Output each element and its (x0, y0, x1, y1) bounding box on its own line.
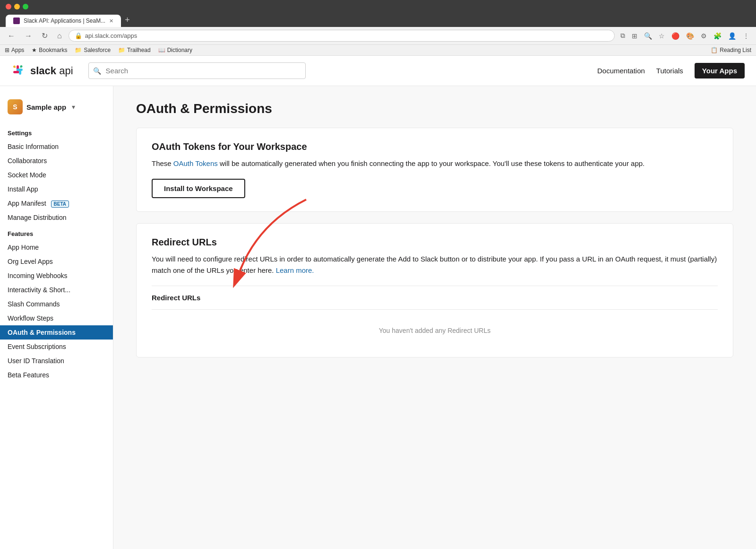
search-icon: 🔍 (93, 67, 101, 75)
redirect-description-text: You will need to configure redirect URLs… (152, 255, 717, 274)
back-button[interactable]: ← (5, 31, 18, 41)
active-tab[interactable]: Slack API: Applications | SeaM... ✕ (6, 15, 121, 27)
header-nav: Documentation Tutorials Your Apps (597, 63, 745, 78)
logo-text: slack api (30, 65, 73, 77)
zoom-button[interactable]: 🔍 (642, 31, 654, 41)
sidebar-item-app-home[interactable]: App Home (0, 240, 113, 254)
section-divider (152, 286, 718, 286)
main-content: OAuth & Permissions OAuth Tokens for You… (113, 86, 756, 549)
sidebar-item-incoming-webhooks[interactable]: Incoming Webhooks (0, 269, 113, 283)
close-button[interactable] (6, 4, 11, 9)
bookmark-salesforce-label: Salesforce (84, 47, 111, 53)
sidebar-item-manage-distribution[interactable]: Manage Distribution (0, 210, 113, 225)
nav-documentation[interactable]: Documentation (597, 67, 645, 75)
sidebar-item-basic-information[interactable]: Basic Information (0, 139, 113, 154)
search-input[interactable] (88, 62, 306, 79)
sidebar-item-install-app[interactable]: Install App (0, 182, 113, 196)
sidebar-item-workflow-steps[interactable]: Workflow Steps (0, 311, 113, 325)
app-icon: S (8, 99, 23, 114)
app-name: Sample app (26, 103, 66, 111)
traffic-lights (6, 4, 750, 9)
puzzle-extensions-button[interactable]: 🧩 (712, 31, 723, 41)
screen-mirror-button[interactable]: ⧉ (619, 31, 627, 41)
browser-chrome: Slack API: Applications | SeaM... ✕ + (0, 0, 756, 27)
folder-icon-salesforce: 📁 (75, 47, 82, 53)
oauth-description-before: These (152, 159, 173, 167)
address-bar[interactable]: 🔒 api.slack.com/apps (69, 30, 615, 42)
url-display: api.slack.com/apps (85, 32, 137, 39)
bookmark-bookmarks[interactable]: ★ Bookmarks (32, 47, 67, 53)
logo-link[interactable]: slack api (11, 63, 73, 78)
grid-button[interactable]: ⊞ (630, 31, 639, 41)
sidebar: S Sample app ▾ Settings Basic Informatio… (0, 86, 113, 549)
sidebar-item-interactivity[interactable]: Interactivity & Short... (0, 283, 113, 297)
forward-button[interactable]: → (22, 31, 35, 41)
bookmark-salesforce[interactable]: 📁 Salesforce (75, 47, 111, 53)
bookmarks-bar: ⊞ Apps ★ Bookmarks 📁 Salesforce 📁 Trailh… (0, 45, 756, 56)
sidebar-item-beta-features[interactable]: Beta Features (0, 368, 113, 382)
tab-close-button[interactable]: ✕ (109, 18, 113, 24)
chevron-down-icon: ▾ (72, 103, 75, 111)
bookmark-trailhead[interactable]: 📁 Trailhead (118, 47, 151, 53)
browser-toolbar: ← → ↻ ⌂ 🔒 api.slack.com/apps ⧉ ⊞ 🔍 ☆ 🔴 🎨… (0, 27, 756, 45)
redirect-urls-card: Redirect URLs You will need to configure… (136, 223, 733, 357)
oauth-description-after: will be automatically generated when you… (218, 159, 644, 167)
bookmark-bookmarks-label: Bookmarks (39, 47, 67, 53)
sidebar-item-collaborators[interactable]: Collaborators (0, 154, 113, 168)
section-divider-2 (152, 309, 718, 310)
tab-title: Slack API: Applications | SeaM... (24, 17, 105, 24)
refresh-button[interactable]: ↻ (39, 30, 51, 41)
learn-more-link[interactable]: Learn more. (276, 266, 314, 274)
oauth-tokens-description: These OAuth Tokens will be automatically… (152, 158, 718, 169)
oauth-tokens-link[interactable]: OAuth Tokens (173, 159, 218, 167)
home-button[interactable]: ⌂ (54, 31, 65, 41)
slack-logo-icon (11, 63, 26, 78)
sidebar-item-app-manifest[interactable]: App Manifest BETA (0, 196, 113, 210)
colorful-icon[interactable]: 🎨 (684, 31, 696, 41)
sidebar-item-event-subscriptions[interactable]: Event Subscriptions (0, 340, 113, 354)
app-selector[interactable]: S Sample app ▾ (0, 96, 113, 124)
app-header: slack api 🔍 Documentation Tutorials Your… (0, 56, 756, 86)
new-tab-button[interactable]: + (121, 13, 134, 27)
sidebar-item-org-level-apps[interactable]: Org Level Apps (0, 254, 113, 269)
bookmark-dictionary[interactable]: 📖 Dictionary (158, 47, 192, 53)
sidebar-item-socket-mode[interactable]: Socket Mode (0, 168, 113, 182)
bookmark-dictionary-label: Dictionary (167, 47, 192, 53)
page-title: OAuth & Permissions (136, 101, 733, 116)
bookmark-apps[interactable]: ⊞ Apps (5, 47, 24, 53)
oauth-tokens-title: OAuth Tokens for Your Workspace (152, 141, 718, 152)
reading-list-label: Reading List (720, 47, 751, 53)
book-icon: 📖 (158, 47, 165, 53)
sidebar-item-slash-commands[interactable]: Slash Commands (0, 297, 113, 311)
bookmark-apps-label: Apps (11, 47, 24, 53)
features-section-title: Features (0, 225, 113, 240)
oauth-tokens-card: OAuth Tokens for Your Workspace These OA… (136, 128, 733, 212)
menu-button[interactable]: ⋮ (741, 31, 751, 41)
reading-list-icon: 📋 (711, 47, 718, 53)
beta-badge: BETA (51, 200, 69, 208)
search-box: 🔍 (88, 62, 306, 79)
extensions-button[interactable]: 🔴 (670, 31, 681, 41)
settings-gear-button[interactable]: ⚙ (699, 31, 709, 41)
nav-your-apps[interactable]: Your Apps (695, 63, 745, 78)
browser-actions: ⧉ ⊞ 🔍 ☆ 🔴 🎨 ⚙ 🧩 👤 ⋮ (619, 31, 751, 41)
maximize-button[interactable] (23, 4, 28, 9)
reading-list-button[interactable]: 📋 Reading List (711, 47, 751, 53)
nav-tutorials[interactable]: Tutorials (656, 67, 683, 75)
settings-section-title: Settings (0, 124, 113, 139)
apps-icon: ⊞ (5, 47, 9, 53)
page-layout: S Sample app ▾ Settings Basic Informatio… (0, 86, 756, 549)
profile-button[interactable]: 👤 (726, 31, 738, 41)
install-to-workspace-button[interactable]: Install to Workspace (152, 179, 245, 198)
app-manifest-label: App Manifest (8, 200, 46, 207)
star-icon: ★ (32, 47, 37, 53)
folder-icon-trailhead: 📁 (118, 47, 125, 53)
tab-favicon (13, 17, 20, 24)
bookmark-star-button[interactable]: ☆ (657, 31, 667, 41)
browser-tabs: Slack API: Applications | SeaM... ✕ + (6, 13, 750, 27)
redirect-urls-section-label: Redirect URLs (152, 294, 718, 302)
redirect-urls-empty-state: You haven't added any Redirect URLs (152, 317, 718, 344)
sidebar-item-oauth-permissions[interactable]: OAuth & Permissions (0, 325, 113, 340)
sidebar-item-user-id-translation[interactable]: User ID Translation (0, 354, 113, 368)
minimize-button[interactable] (14, 4, 20, 9)
